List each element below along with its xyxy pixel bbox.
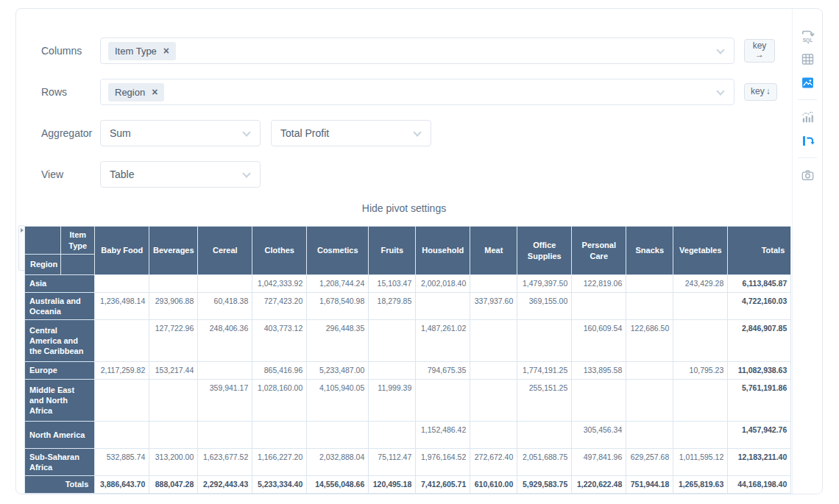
visualization-toolbar: SQL	[792, 9, 822, 494]
pivot-cell: 75,112.47	[369, 449, 416, 476]
column-total-cell: 5,929,583.75	[517, 476, 572, 494]
pivot-cell	[95, 380, 149, 422]
column-total-cell: 751,944.18	[626, 476, 673, 494]
aggregator-field-select[interactable]: Total Profit	[271, 120, 431, 146]
pivot-row: Asia1,042,333.921,208,744.2415,103.472,0…	[25, 275, 791, 293]
pivot-cell: 403,773.12	[252, 320, 307, 362]
pivot-cell: 248,406.36	[198, 320, 252, 362]
pivot-cell	[149, 422, 198, 449]
chip-region-label: Region	[115, 87, 145, 98]
pivot-cell	[673, 380, 728, 422]
chip-remove-icon[interactable]: ×	[152, 87, 157, 97]
view-value: Table	[110, 168, 134, 180]
pivot-row: Europe2,117,259.82153,217.44865,416.965,…	[25, 362, 791, 380]
column-header: Clothes	[252, 227, 307, 275]
pivot-cell: 1,236,498.14	[95, 293, 149, 320]
pivot-cell	[95, 275, 149, 293]
pivot-cell	[626, 362, 673, 380]
pivot-cell: 629,257.68	[626, 449, 673, 476]
pivot-cell: 794,675.35	[416, 362, 470, 380]
totals-row: Totals3,886,643.70888,047.282,292,443.43…	[25, 476, 791, 494]
column-total-cell: 610,610.00	[470, 476, 517, 494]
row-total-cell: 6,113,845.87	[728, 275, 791, 293]
col-axis-label: Item Type	[61, 227, 95, 255]
pivot-cell	[149, 380, 198, 422]
pivot-row: Sub-Saharan Africa532,885.74313,200.001,…	[25, 449, 791, 476]
view-select[interactable]: Table	[100, 161, 261, 188]
pivot-cell	[517, 320, 572, 362]
down-arrow-icon: ↓	[766, 86, 771, 96]
aggregator-field-value: Total Profit	[280, 127, 329, 139]
aggregator-value: Sum	[110, 127, 131, 139]
chip-region[interactable]: Region ×	[108, 83, 164, 102]
pivot-cell	[416, 380, 470, 422]
pivot-cell: 296,448.35	[307, 320, 369, 362]
grand-total-cell: 44,168,198.40	[728, 476, 791, 494]
row-header: Sub-Saharan Africa	[25, 449, 95, 476]
toolbar-divider	[798, 99, 817, 100]
column-total-cell: 7,412,605.71	[416, 476, 470, 494]
pivot-cell: 497,841.96	[572, 449, 626, 476]
aggregator-row: Aggregator Sum Total Profit	[41, 120, 792, 146]
pivot-cell: 293,906.88	[149, 293, 198, 320]
sql-icon[interactable]: SQL	[799, 26, 816, 44]
pivot-cell: 1,678,540.98	[307, 293, 369, 320]
pivot-cell: 369,155.00	[517, 293, 572, 320]
rows-field[interactable]: Region ×	[100, 79, 734, 105]
columns-key-order-button[interactable]: key →	[744, 39, 775, 63]
pivot-cell	[198, 422, 252, 449]
pivot-icon[interactable]	[799, 132, 816, 149]
column-total-cell: 3,886,643.70	[95, 476, 149, 494]
column-total-cell: 120,495.18	[369, 476, 416, 494]
pivot-cell	[252, 422, 307, 449]
pivot-cell: 255,151.25	[517, 380, 572, 422]
pivot-cell: 122,686.50	[626, 320, 673, 362]
aggregator-select[interactable]: Sum	[100, 120, 261, 146]
view-row: View Table	[41, 161, 792, 188]
camera-icon[interactable]	[799, 166, 816, 184]
column-total-cell: 5,233,334.40	[252, 476, 307, 494]
pivot-cell: 313,200.00	[149, 449, 198, 476]
pivot-cell	[95, 320, 149, 362]
pivot-cell	[572, 380, 626, 422]
chip-item-type[interactable]: Item Type ×	[108, 42, 176, 60]
collapse-panel-handle[interactable]	[18, 225, 25, 271]
column-total-cell: 1,265,819.63	[673, 476, 728, 494]
combo-chart-icon[interactable]	[799, 108, 816, 126]
column-header: Baby Food	[95, 227, 149, 275]
rows-row: Rows Region × key↓	[41, 79, 792, 105]
pivot-cell	[626, 422, 673, 449]
pivot-cell	[198, 362, 252, 380]
pivot-cell: 11,999.39	[369, 380, 416, 422]
pivot-cell	[470, 380, 517, 422]
table-icon[interactable]	[799, 50, 816, 68]
column-total-cell: 2,292,443.43	[198, 476, 252, 494]
pivot-table-area: Item TypeBaby FoodBeveragesCerealClothes…	[24, 226, 792, 494]
hide-pivot-settings-link[interactable]: Hide pivot settings	[16, 202, 792, 214]
pivot-cell: 133,895.58	[572, 362, 626, 380]
row-total-cell: 5,761,191.86	[728, 380, 791, 422]
row-axis-label: Region	[25, 255, 61, 275]
pivot-cell	[673, 422, 728, 449]
pivot-cell: 1,487,261.02	[416, 320, 470, 362]
column-total-cell: 888,047.28	[149, 476, 198, 494]
right-arrow-icon: →	[751, 50, 768, 60]
pivot-cell: 160,609.54	[572, 320, 626, 362]
pivot-cell: 1,166,227.20	[252, 449, 307, 476]
rows-key-order-button[interactable]: key↓	[744, 83, 777, 102]
column-header: Household	[416, 227, 470, 275]
row-header: Asia	[25, 275, 95, 293]
row-header: Europe	[25, 362, 95, 380]
columns-row: Columns Item Type × key →	[41, 38, 792, 64]
row-header: Australia and Oceania	[25, 293, 95, 320]
pivot-cell: 1,208,744.24	[307, 275, 369, 293]
column-header: Snacks	[626, 227, 673, 275]
image-icon[interactable]	[799, 74, 816, 91]
columns-field[interactable]: Item Type ×	[100, 38, 734, 64]
chip-remove-icon[interactable]: ×	[163, 46, 169, 56]
pivot-cell: 1,774,191.25	[517, 362, 572, 380]
pivot-cell	[626, 293, 673, 320]
pivot-cell	[416, 293, 470, 320]
pivot-cell	[149, 275, 198, 293]
column-header: Vegetables	[673, 227, 728, 275]
